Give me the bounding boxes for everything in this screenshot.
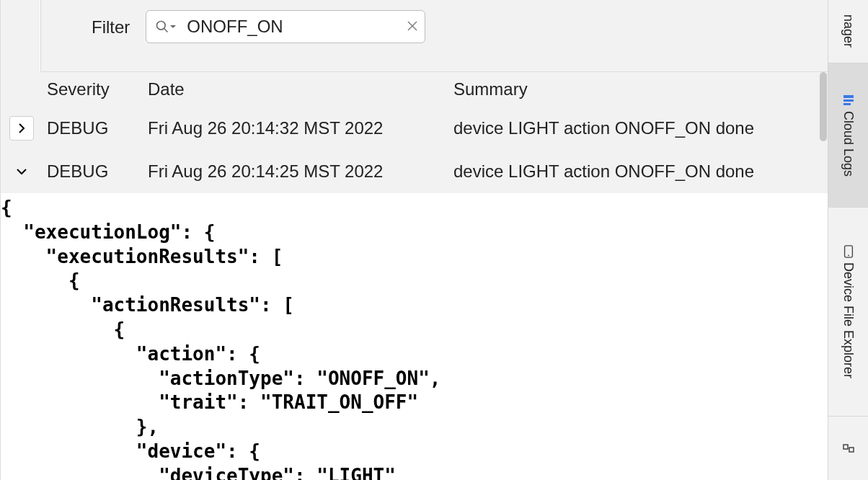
svg-rect-10 <box>849 448 854 452</box>
search-input[interactable] <box>185 16 404 37</box>
cell-date: Fri Aug 26 20:14:32 MST 2022 <box>148 118 453 138</box>
column-date: Date <box>148 79 453 99</box>
svg-point-0 <box>157 22 166 30</box>
search-icon <box>155 19 177 34</box>
cell-severity: DEBUG <box>47 161 148 182</box>
svg-rect-4 <box>843 95 854 98</box>
build-icon <box>842 442 855 455</box>
svg-rect-9 <box>843 445 848 449</box>
rail-tab-label: Cloud Logs <box>841 111 856 177</box>
svg-line-1 <box>164 29 168 32</box>
side-rail: nager Cloud Logs Device File Explorer <box>828 0 868 480</box>
svg-point-8 <box>848 254 849 256</box>
rail-tab-manager[interactable]: nager <box>828 0 868 63</box>
device-icon <box>842 245 855 258</box>
rail-tab-more[interactable] <box>828 417 868 480</box>
chevron-down-icon <box>16 161 27 182</box>
svg-rect-5 <box>843 99 854 102</box>
main-area: Filter Severity Date Summary DEBUG Fri A… <box>0 0 828 480</box>
clear-icon[interactable] <box>404 16 421 38</box>
chevron-right-icon <box>16 118 27 138</box>
cell-date: Fri Aug 26 20:14:25 MST 2022 <box>148 161 453 182</box>
column-severity: Severity <box>47 79 148 99</box>
rail-tab-cloud-logs[interactable]: Cloud Logs <box>828 63 868 208</box>
filter-bar: Filter <box>40 0 828 72</box>
cell-summary: device LIGHT action ONOFF_ON done <box>453 161 828 182</box>
cell-summary: device LIGHT action ONOFF_ON done <box>453 118 828 138</box>
table-row[interactable]: DEBUG Fri Aug 26 20:14:25 MST 2022 devic… <box>1 150 828 193</box>
rail-tab-label: nager <box>841 14 856 48</box>
json-detail: { "executionLog": { "executionResults": … <box>1 193 828 480</box>
expand-button[interactable] <box>9 116 34 141</box>
table-row[interactable]: DEBUG Fri Aug 26 20:14:32 MST 2022 devic… <box>1 107 828 150</box>
cell-severity: DEBUG <box>47 118 148 138</box>
filter-label: Filter <box>92 10 130 37</box>
search-field[interactable] <box>146 10 425 43</box>
column-summary: Summary <box>453 79 828 99</box>
rail-tab-device-file-explorer[interactable]: Device File Explorer <box>828 208 868 417</box>
collapse-button[interactable] <box>9 159 34 184</box>
rail-tab-label: Device File Explorer <box>841 262 856 378</box>
table-header: Severity Date Summary <box>1 72 828 107</box>
scrollbar-thumb[interactable] <box>820 72 827 141</box>
logs-icon <box>842 94 855 107</box>
svg-rect-6 <box>843 103 851 105</box>
